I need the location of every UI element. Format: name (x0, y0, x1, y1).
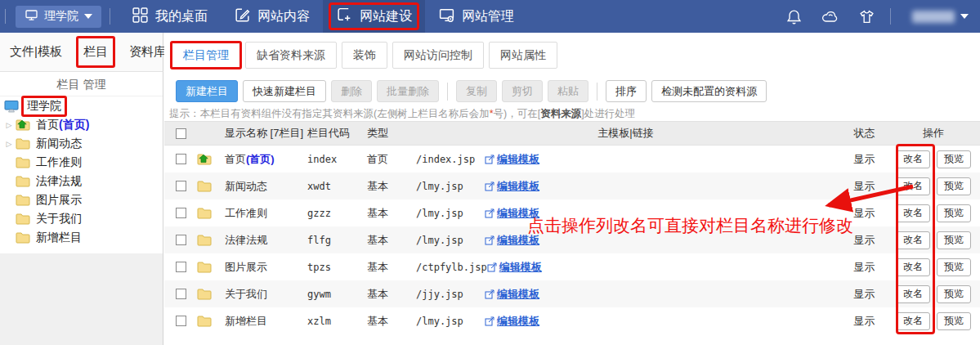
preview-button[interactable]: 预览 (937, 258, 971, 276)
preview-button[interactable]: 预览 (937, 204, 971, 222)
external-link-icon (485, 316, 494, 326)
preview-button[interactable]: 预览 (937, 285, 971, 303)
preview-button[interactable]: 预览 (937, 312, 971, 330)
column-type: 基本 (363, 287, 409, 302)
table-row: 图片展示 tpzs 基本 /ctpfylb.jsp编辑模板 显示 改名预览 (164, 253, 980, 280)
cloud-icon[interactable] (821, 8, 840, 25)
column-name: 法律法规 (225, 234, 267, 246)
expand-arrow-icon[interactable]: ▷ (2, 140, 16, 148)
tree-item-laws[interactable]: 法律法规 (0, 172, 163, 190)
delete-button[interactable]: 删除 (331, 80, 372, 102)
folder-icon (16, 156, 32, 168)
column-code: index (307, 154, 363, 165)
tree-item-gallery[interactable]: 图片展示 (0, 190, 163, 209)
column-name: 首页 (225, 153, 246, 165)
site-switcher-button[interactable]: 理学院 (16, 6, 101, 28)
divider (890, 8, 891, 25)
tab-site-properties[interactable]: 网站属性 (489, 42, 557, 69)
template-path: /lmy.jsp (416, 235, 485, 246)
edit-template-link[interactable]: 编辑模板 (497, 287, 539, 302)
rename-button[interactable]: 改名 (896, 150, 930, 168)
edit-template-link[interactable]: 编辑模板 (497, 179, 539, 194)
tab-default-data-source[interactable]: 缺省资料来源 (245, 42, 337, 69)
menu-item-site-build[interactable]: 网站建设 (323, 0, 425, 33)
tree-item-new-column[interactable]: 新增栏目 (0, 228, 163, 247)
header-action: 操作 (887, 126, 980, 141)
column-type: 基本 (363, 314, 409, 329)
menu-item-site-manage[interactable]: 网站管理 (425, 0, 527, 33)
menu-item-label: 网站内容 (257, 8, 310, 25)
column-name: 图片展示 (225, 261, 267, 273)
rename-button[interactable]: 改名 (896, 258, 930, 276)
table-row: 新闻动态 xwdt 基本 /lmy.jsp编辑模板 显示 改名预览 (164, 172, 980, 199)
menu-item-site-content[interactable]: 网站内容 (221, 0, 323, 33)
select-all-checkbox[interactable] (176, 128, 186, 139)
top-navigation-bar: 理学院 我的桌面 (0, 0, 980, 33)
home-folder-icon (16, 119, 32, 131)
paste-button[interactable]: 粘贴 (548, 80, 588, 102)
divider (5, 9, 6, 24)
sidebar-tab-bar: 文件|模板 栏目 资料库 (0, 33, 163, 72)
rename-button[interactable]: 改名 (896, 285, 930, 303)
table-row: 关于我们 gywm 基本 /jjy.jsp编辑模板 显示 改名预览 (164, 280, 980, 307)
copy-button[interactable]: 复制 (456, 80, 497, 102)
preview-button[interactable]: 预览 (937, 177, 971, 195)
rename-button[interactable]: 改名 (896, 231, 930, 249)
row-checkbox[interactable] (176, 181, 186, 191)
batch-delete-button[interactable]: 批量删除 (377, 80, 439, 102)
edit-template-link[interactable]: 编辑模板 (497, 314, 539, 329)
tab-decoration[interactable]: 装饰 (342, 42, 387, 69)
sidebar-tab-library[interactable]: 资料库 (129, 44, 166, 60)
folder-icon (197, 180, 220, 192)
preview-button[interactable]: 预览 (937, 150, 971, 168)
monitor-icon (25, 8, 38, 25)
menu-item-label: 我的桌面 (155, 8, 208, 25)
status-value: 显示 (842, 287, 887, 302)
site-manage-icon (438, 7, 455, 27)
menu-item-label: 网站管理 (462, 8, 514, 25)
column-type: 首页 (363, 152, 409, 167)
menu-item-desktop[interactable]: 我的桌面 (119, 0, 221, 33)
rename-button[interactable]: 改名 (896, 177, 930, 195)
preview-button[interactable]: 预览 (937, 231, 971, 249)
username-redacted (912, 11, 955, 23)
cut-button[interactable]: 剪切 (502, 80, 543, 102)
sidebar-tab-columns[interactable]: 栏目 (83, 44, 108, 60)
quick-new-column-button[interactable]: 快速新建栏目 (243, 80, 326, 102)
sidebar-tab-files-templates[interactable]: 文件|模板 (10, 44, 62, 60)
main-tab-bar: 栏目管理 缺省资料来源 装饰 网站访问控制 网站属性 (164, 33, 980, 72)
rename-button[interactable]: 改名 (896, 312, 930, 330)
bell-icon[interactable] (785, 8, 803, 25)
expand-arrow-icon[interactable]: ▷ (2, 121, 16, 129)
row-checkbox[interactable] (176, 208, 186, 218)
new-column-button[interactable]: 新建栏目 (176, 80, 238, 102)
row-checkbox[interactable] (176, 316, 186, 326)
shirt-icon[interactable] (858, 8, 875, 25)
header-template-link: 主模板|链接 (409, 126, 842, 141)
row-checkbox[interactable] (176, 154, 186, 164)
tree-item-about[interactable]: 关于我们 (0, 209, 163, 228)
tree-item-home[interactable]: ▷ 首页(首页) (0, 115, 163, 134)
edit-template-link[interactable]: 编辑模板 (499, 260, 542, 275)
tree-item-rules[interactable]: 工作准则 (0, 153, 163, 172)
column-name-suffix: (首页) (246, 153, 275, 165)
row-checkbox[interactable] (176, 262, 186, 272)
column-name: 新闻动态 (225, 180, 267, 192)
external-link-icon (485, 235, 494, 245)
row-checkbox[interactable] (176, 235, 186, 245)
tree-item-news[interactable]: ▷ 新闻动态 (0, 134, 163, 153)
toolbar: 新建栏目 快速新建栏目 删除 批量删除 复制 剪切 粘贴 排序 检测未配置的资料… (164, 72, 980, 105)
user-menu[interactable] (912, 11, 969, 23)
sort-button[interactable]: 排序 (606, 80, 647, 102)
edit-page-icon (234, 7, 251, 27)
edit-template-link[interactable]: 编辑模板 (497, 152, 539, 167)
column-name: 关于我们 (225, 288, 267, 300)
tree-root-site[interactable]: 理学院 (0, 96, 163, 115)
tab-column-management[interactable]: 栏目管理 (172, 42, 240, 69)
check-unconfigured-source-button[interactable]: 检测未配置的资料源 (651, 80, 767, 102)
tab-access-control[interactable]: 网站访问控制 (392, 42, 484, 69)
rename-button[interactable]: 改名 (896, 204, 930, 222)
column-code: flfg (307, 235, 363, 246)
row-checkbox[interactable] (176, 289, 186, 299)
tree-item-label: 工作准则 (36, 155, 82, 170)
